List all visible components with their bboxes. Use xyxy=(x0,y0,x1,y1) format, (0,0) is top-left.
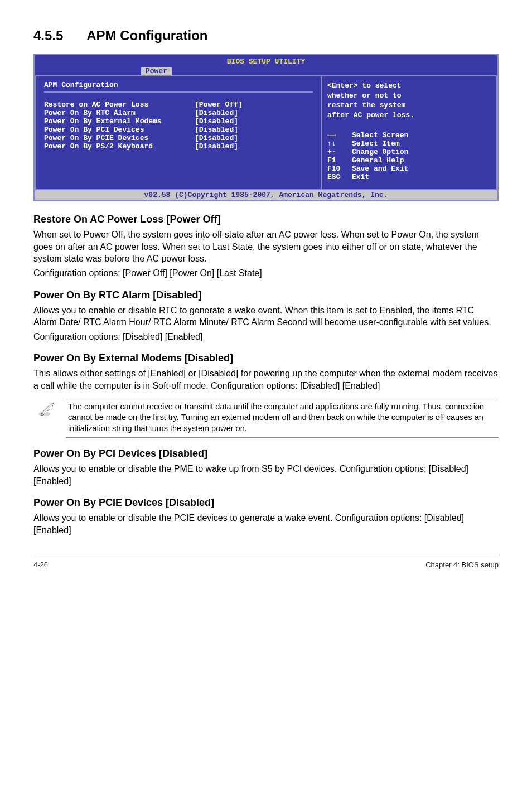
bios-key-row: ESCExit xyxy=(327,173,490,181)
sub-heading: Power On By RTC Alarm [Disabled] xyxy=(33,289,499,301)
bios-setting-value: [Disabled] xyxy=(195,109,238,117)
section-number: 4.5.5 xyxy=(33,28,63,44)
bios-footer: v02.58 (C)Copyright 1985-2007, American … xyxy=(35,190,497,200)
bios-key-row: +-Change Option xyxy=(327,148,490,156)
bios-title: BIOS SETUP UTILITY xyxy=(35,55,497,66)
paragraph: This allows either settings of [Enabled]… xyxy=(33,368,499,392)
bios-key-desc: General Help xyxy=(352,156,404,165)
bios-key: F10 xyxy=(327,165,352,173)
bios-setting-value: [Disabled] xyxy=(195,134,238,142)
bios-setting-label: Power On By RTC Alarm xyxy=(44,109,195,117)
bios-setting-label: Power On By External Modems xyxy=(44,117,195,125)
bios-key-row: ←→Select Screen xyxy=(327,131,490,139)
bios-help-text: <Enter> to select whether or not to rest… xyxy=(327,81,490,120)
bios-key-desc: Save and Exit xyxy=(352,165,408,173)
bios-setting-value: [Disabled] xyxy=(195,125,238,134)
section-title-text: APM Configuration xyxy=(86,28,207,43)
bios-key: ↑↓ xyxy=(327,139,352,148)
chapter-label: Chapter 4: BIOS setup xyxy=(425,561,499,569)
sub-heading: Power On By External Modems [Disabled] xyxy=(33,352,499,364)
bios-key-hints: ←→Select Screen ↑↓Select Item +-Change O… xyxy=(327,131,490,181)
bios-setting-label: Restore on AC Power Loss xyxy=(44,100,195,109)
bios-key-desc: Select Screen xyxy=(352,131,408,139)
pencil-icon xyxy=(38,398,62,420)
paragraph: Allows you to enable or disable the PME … xyxy=(33,463,499,487)
paragraph: Allows you to enable or disable RTC to g… xyxy=(33,305,499,328)
bios-screen: BIOS SETUP UTILITY Power APM Configurati… xyxy=(33,54,499,201)
page-footer: 4-26 Chapter 4: BIOS setup xyxy=(33,561,499,569)
bios-tab-power: Power xyxy=(141,67,172,75)
bios-help-line: <Enter> to select xyxy=(327,81,490,91)
bios-key: ESC xyxy=(327,173,352,181)
bios-setting-row: Power On By External Modems [Disabled] xyxy=(44,117,313,125)
bios-key: F1 xyxy=(327,156,352,165)
sub-heading: Restore On AC Power Loss [Power Off] xyxy=(33,214,499,225)
bios-setting-label: Power On By PS/2 Keyboard xyxy=(44,142,195,151)
bios-key-row: F1General Help xyxy=(327,156,490,165)
bios-setting-row: Restore on AC Power Loss [Power Off] xyxy=(44,100,313,109)
bios-key: +- xyxy=(327,148,352,156)
bios-setting-value: [Disabled] xyxy=(195,117,238,125)
sub-heading: Power On By PCI Devices [Disabled] xyxy=(33,448,499,460)
sub-heading: Power On By PCIE Devices [Disabled] xyxy=(33,497,499,509)
bios-key-row: F10Save and Exit xyxy=(327,165,490,173)
section-heading: 4.5.5 APM Configuration xyxy=(33,28,499,44)
bios-key-desc: Select Item xyxy=(352,139,400,148)
bios-panel-title: APM Configuration xyxy=(44,81,313,89)
bios-setting-row: Power On By PCIE Devices [Disabled] xyxy=(44,134,313,142)
bios-tab-row: Power xyxy=(35,66,497,75)
bios-body: APM Configuration Restore on AC Power Lo… xyxy=(35,75,497,190)
paragraph: When set to Power Off, the system goes i… xyxy=(33,229,499,265)
paragraph: Allows you to enable or disable the PCIE… xyxy=(33,512,499,536)
bios-setting-value: [Disabled] xyxy=(195,142,238,151)
bios-key: ←→ xyxy=(327,131,352,139)
bios-setting-label: Power On By PCI Devices xyxy=(44,125,195,134)
bios-help-line: restart the system xyxy=(327,100,490,110)
bios-left-panel: APM Configuration Restore on AC Power Lo… xyxy=(35,76,321,190)
bios-divider xyxy=(44,91,313,93)
bios-key-desc: Exit xyxy=(352,173,369,181)
bios-setting-row: Power On By PS/2 Keyboard [Disabled] xyxy=(44,142,313,151)
paragraph: Configuration options: [Disabled] [Enabl… xyxy=(33,331,499,343)
bios-help-line: whether or not to xyxy=(327,91,490,101)
paragraph: Configuration options: [Power Off] [Powe… xyxy=(33,267,499,279)
page-footer-wrap: 4-26 Chapter 4: BIOS setup xyxy=(33,557,499,569)
bios-help-line: after AC power loss. xyxy=(327,110,490,120)
note-box: The computer cannot receive or transmit … xyxy=(33,398,499,438)
bios-setting-row: Power On By PCI Devices [Disabled] xyxy=(44,125,313,134)
bios-setting-label: Power On By PCIE Devices xyxy=(44,134,195,142)
bios-key-row: ↑↓Select Item xyxy=(327,139,490,148)
bios-key-desc: Change Option xyxy=(352,148,408,156)
page-number: 4-26 xyxy=(33,561,48,569)
bios-right-panel: <Enter> to select whether or not to rest… xyxy=(321,76,497,190)
note-text: The computer cannot receive or transmit … xyxy=(66,398,499,438)
bios-setting-value: [Power Off] xyxy=(195,100,243,109)
bios-setting-row: Power On By RTC Alarm [Disabled] xyxy=(44,109,313,117)
